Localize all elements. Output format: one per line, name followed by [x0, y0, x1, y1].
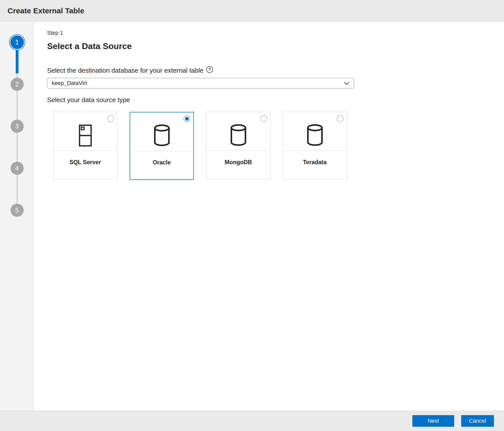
radio-button[interactable]: [184, 115, 190, 122]
step-indicator-4[interactable]: 4: [11, 162, 24, 175]
radio-button[interactable]: [107, 115, 114, 122]
card-label: SQL Server: [53, 151, 117, 166]
card-label: MongoDB: [206, 151, 270, 166]
page-title: Create External Table: [8, 7, 84, 15]
card-label: Teradata: [283, 151, 347, 166]
help-icon[interactable]: ?: [206, 66, 213, 73]
destination-database-select[interactable]: keep_DataVirt: [47, 78, 354, 89]
card-label: Oracle: [130, 151, 193, 166]
destination-database-label: Select the destination database for your…: [47, 67, 204, 74]
source-type-label: Select your data source type: [47, 96, 504, 104]
page-heading: Select a Data Source: [47, 41, 504, 51]
chevron-down-icon: [344, 81, 349, 85]
step-indicator-2[interactable]: 2: [11, 78, 24, 91]
dialog-footer: Next Cancel: [0, 411, 504, 431]
step-label: Step 1: [47, 30, 504, 36]
step-indicator-1[interactable]: 1: [10, 35, 25, 50]
next-button[interactable]: Next: [412, 415, 454, 427]
data-source-card-sql-server[interactable]: SQL Server: [53, 112, 117, 180]
data-source-card-oracle[interactable]: Oracle: [130, 112, 194, 180]
destination-database-value: keep_DataVirt: [52, 80, 87, 87]
step-progress-bar: [16, 50, 18, 73]
data-source-card-mongodb[interactable]: MongoDB: [206, 112, 270, 180]
wizard-step-sidebar: 1 2 3 4 5: [0, 22, 34, 411]
cancel-button[interactable]: Cancel: [461, 415, 494, 427]
step-indicator-3[interactable]: 3: [11, 120, 24, 133]
radio-button[interactable]: [337, 115, 344, 122]
wizard-page-content: Step 1 Select a Data Source Select the d…: [34, 22, 504, 411]
data-source-card-group: SQL Server Oracle: [53, 112, 504, 180]
data-source-card-teradata[interactable]: Teradata: [283, 112, 347, 180]
radio-button[interactable]: [260, 115, 267, 122]
dialog-header: Create External Table: [0, 0, 504, 22]
step-indicator-5[interactable]: 5: [11, 204, 24, 217]
